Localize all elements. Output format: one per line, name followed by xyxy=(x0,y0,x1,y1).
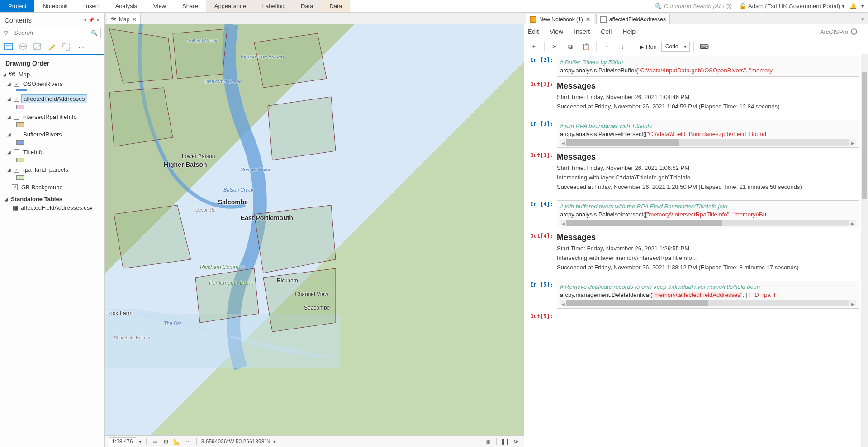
command-search[interactable]: 🔍 Command Search (Alt+Q) xyxy=(650,3,735,9)
ribbon-tab-project[interactable]: Project xyxy=(0,0,34,12)
layer-checkbox[interactable] xyxy=(14,149,19,155)
scale-dropdown-icon[interactable]: ▾ xyxy=(139,438,142,445)
scrollbar[interactable] xyxy=(861,54,868,447)
list-by-drawing-order-icon[interactable] xyxy=(4,42,14,52)
ribbon-tab-analysis[interactable]: Analysis xyxy=(107,0,145,12)
notebook-tab-2[interactable]: affectedFieldAddresses xyxy=(596,14,670,24)
user-menu[interactable]: 🔓 Adam (Esri UK Government Portal) ▾ 🔔 ▾ xyxy=(735,3,868,9)
contents-search-input[interactable] xyxy=(14,29,91,36)
refresh-icon[interactable]: ⟳ xyxy=(512,438,520,446)
run-button[interactable]: ▶ Run xyxy=(637,43,659,50)
expand-icon[interactable]: ◢ xyxy=(5,197,9,202)
hscroll[interactable]: ◂▸ xyxy=(560,300,856,306)
cell-in-2[interactable]: In [2]: # Buffer Rivers by 500m arcpy.an… xyxy=(526,54,868,79)
expand-icon[interactable]: ◢ xyxy=(7,81,12,86)
expand-icon[interactable]: ◢ xyxy=(7,114,12,119)
ribbon-tab-data-1[interactable]: Data xyxy=(293,0,321,12)
map-view[interactable]: Collapit Creek Kingsbridge Estuary Blank… xyxy=(105,24,524,435)
hscroll[interactable]: ◂▸ xyxy=(560,139,856,146)
bell-icon[interactable]: 🔔 xyxy=(849,3,857,9)
ribbon-tab-view[interactable]: View xyxy=(145,0,174,12)
cut-button[interactable]: ✂ xyxy=(548,41,562,52)
standalone-tables-title[interactable]: ◢ Standalone Tables xyxy=(3,196,102,202)
expand-icon[interactable]: ◢ xyxy=(7,96,12,101)
pause-icon[interactable]: ❚❚ xyxy=(501,438,509,446)
list-by-selection-icon[interactable] xyxy=(33,42,43,52)
ribbon-tab-insert[interactable]: Insert xyxy=(76,0,107,12)
svg-text:+: + xyxy=(68,43,71,47)
cell-in-5[interactable]: In [5]: # Remove duplicate records to on… xyxy=(526,279,868,311)
ribbon-tab-appearance[interactable]: Appearance xyxy=(206,0,254,12)
snapping-icon[interactable]: ⊞ xyxy=(162,438,170,446)
scrollbar-thumb[interactable] xyxy=(862,72,867,199)
paste-button[interactable]: 📋 xyxy=(579,41,593,52)
list-by-source-icon[interactable] xyxy=(18,42,28,52)
code-input[interactable]: # join RPA boundaries with TitleInfo arc… xyxy=(557,120,859,148)
menu-view[interactable]: View xyxy=(550,28,563,35)
layer-intersectrpatitleinfo[interactable]: ◢ intersectRpaTitleInfo xyxy=(3,112,102,122)
map-label: Sharehole Bottom xyxy=(114,335,150,340)
layer-checkbox[interactable] xyxy=(14,114,19,120)
ribbon-tab-share[interactable]: Share xyxy=(174,0,206,12)
layer-checkbox[interactable] xyxy=(14,167,19,173)
select-tool-icon[interactable]: ▭ xyxy=(151,438,159,446)
layer-bufferedrivers[interactable]: ◢ BufferedRivers xyxy=(3,130,102,139)
layer-rpa-land-parcels[interactable]: ◢ rpa_land_parcels xyxy=(3,165,102,174)
expand-icon[interactable]: ◢ xyxy=(7,167,12,172)
layer-swatch xyxy=(16,140,24,145)
close-icon[interactable]: ✕ xyxy=(132,16,137,23)
menu-insert[interactable]: Insert xyxy=(574,28,590,35)
code-input[interactable]: # Remove duplicate records to only keep … xyxy=(557,281,859,309)
menu-cell[interactable]: Cell xyxy=(601,28,612,35)
ribbon-tab-notebook[interactable]: Notebook xyxy=(34,0,76,12)
contents-search[interactable]: 🔍 xyxy=(11,28,101,38)
map-node[interactable]: ◢ 🗺 Map xyxy=(3,70,102,79)
add-cell-button[interactable]: ＋ xyxy=(527,41,541,52)
map-scale[interactable]: 1:28,476 xyxy=(109,437,136,446)
map-tab[interactable]: 🗺 Map ✕ xyxy=(107,14,141,24)
layer-checkbox[interactable] xyxy=(14,132,19,137)
contents-controls[interactable]: ▾ 📌 ✕ xyxy=(84,17,100,23)
menu-edit[interactable]: Edit xyxy=(528,28,539,35)
notebook-body[interactable]: In [2]: # Buffer Rivers by 500m arcpy.an… xyxy=(524,54,868,447)
list-by-editing-icon[interactable] xyxy=(47,42,57,52)
filter-icon[interactable]: ▽ xyxy=(4,29,8,37)
chevron-down-icon[interactable]: ▾ xyxy=(861,3,864,9)
code-input[interactable]: # Buffer Rivers by 500m arcpy.analysis.P… xyxy=(557,56,859,77)
move-down-button[interactable]: ↓ xyxy=(616,41,629,52)
output-line: Start Time: Friday, November 26, 2021 1:… xyxy=(557,93,780,102)
ribbon-tab-data-2[interactable]: Data xyxy=(321,0,350,12)
ribbon-tab-labeling[interactable]: Labeling xyxy=(254,0,293,12)
layer-gb-background[interactable]: GB Background xyxy=(3,183,102,192)
coords-dropdown-icon[interactable]: ▾ xyxy=(273,438,276,445)
cell-in-4[interactable]: In [4]: # join buffered rivers with the … xyxy=(526,198,868,230)
close-icon[interactable]: ✕ xyxy=(586,16,590,23)
command-search-placeholder: Command Search (Alt+Q) xyxy=(664,3,732,9)
copy-button[interactable]: ⧉ xyxy=(564,41,577,52)
keyboard-icon[interactable]: ⌨ xyxy=(697,41,711,52)
expand-icon[interactable]: ◢ xyxy=(7,132,12,137)
catalog-icon[interactable]: ▦ xyxy=(484,438,492,446)
code-input[interactable]: # join buffered rivers with the RPA Fiel… xyxy=(557,200,859,228)
correction-icon[interactable]: ↔ xyxy=(184,438,192,446)
cell-type-select[interactable]: Code xyxy=(661,42,690,52)
hscroll[interactable]: ◂▸ xyxy=(560,220,856,226)
expand-icon[interactable]: ◢ xyxy=(7,150,12,155)
notebook-tab-1[interactable]: New Notebook (1) ✕ xyxy=(526,14,594,24)
layer-osopenrivers[interactable]: ◢ OSOpenRivers xyxy=(3,79,102,89)
standalone-table-row[interactable]: ▦ affectedFieldAddresses.csv xyxy=(3,202,102,211)
layer-affectedfieldaddresses[interactable]: ◢ affectedFieldAddresses xyxy=(3,94,102,104)
layer-titleinfo[interactable]: ◢ TitleInfo xyxy=(3,147,102,157)
cell-in-3[interactable]: In [3]: # join RPA boundaries with Title… xyxy=(526,118,868,150)
menu-help[interactable]: Help xyxy=(622,28,636,35)
output-line: Start Time: Friday, November 26, 2021 1:… xyxy=(557,244,799,254)
panel-menu-icon[interactable]: ▾ xyxy=(858,14,868,24)
expand-icon[interactable]: ◢ xyxy=(3,72,7,77)
more-icon[interactable]: ⋯ xyxy=(76,42,86,52)
layer-checkbox[interactable] xyxy=(14,96,19,102)
constraints-icon[interactable]: 📐 xyxy=(173,438,181,446)
layer-checkbox[interactable] xyxy=(14,81,19,87)
move-up-button[interactable]: ↑ xyxy=(600,41,614,52)
layer-checkbox[interactable] xyxy=(12,184,18,190)
list-by-snapping-icon[interactable]: + xyxy=(62,42,71,52)
